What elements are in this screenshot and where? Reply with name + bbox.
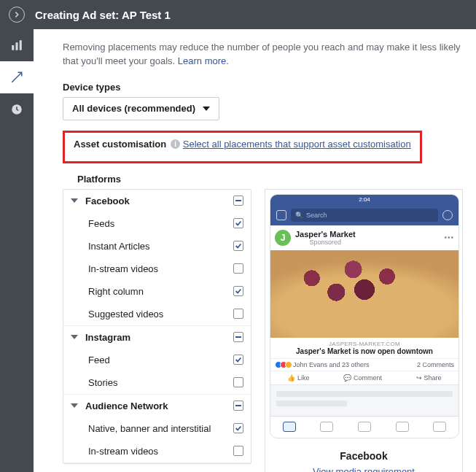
placement-checkbox[interactable]: [233, 241, 243, 251]
comment-action: Comment: [354, 374, 382, 382]
placement-checkbox[interactable]: [233, 218, 243, 228]
nav-menu-icon: [433, 422, 446, 432]
placement-label: Feed: [88, 355, 226, 365]
placement-checkbox[interactable]: [233, 355, 243, 365]
platform-name: Instagram: [85, 332, 226, 343]
post-headline: Jasper's Market is now open downtown: [270, 347, 459, 358]
phone-topbar: 🔍 Search: [270, 205, 459, 225]
intro-text: Removing placements may reduce the numbe…: [63, 42, 461, 66]
info-icon[interactable]: i: [171, 139, 180, 149]
placement-row[interactable]: Native, banner and interstitial: [63, 417, 251, 440]
header-title: Creating Ad set: AP Test 1: [35, 9, 171, 21]
device-types-label: Device types: [63, 82, 463, 93]
placement-row[interactable]: Suggested videos: [63, 303, 251, 325]
asset-customisation-title: Asset customisation: [74, 139, 166, 150]
share-action: Share: [424, 374, 441, 382]
platform-head-facebook[interactable]: Facebook: [63, 190, 251, 212]
placement-label: Instant Articles: [88, 241, 226, 252]
avatar: J: [275, 230, 291, 246]
nav-market-icon: [358, 422, 371, 432]
device-selected-value: All devices (recommended): [72, 103, 195, 114]
view-media-requirement-link[interactable]: View media requirement: [313, 466, 415, 472]
placement-preview: 2:04 🔍 Search J Jasper's Market Sponsore…: [265, 189, 463, 472]
caret-down-icon: [203, 107, 210, 111]
platform-checkbox[interactable]: [233, 196, 243, 206]
svg-rect-1: [16, 42, 18, 50]
nav-bell-icon: [396, 422, 409, 432]
placements-intro: Removing placements may reduce the numbe…: [63, 41, 463, 69]
svg-rect-2: [20, 40, 22, 50]
platform-checkbox[interactable]: [233, 332, 243, 342]
phone-nav: [270, 416, 459, 438]
skeleton-post: [270, 385, 459, 416]
chevron-down-icon: [71, 403, 78, 408]
phone-statusbar: 2:04: [270, 195, 459, 205]
preview-platform-title: Facebook: [270, 443, 458, 466]
placement-label: Feeds: [88, 218, 226, 229]
asset-customisation-highlight: Asset customisation i Select all placeme…: [63, 131, 422, 163]
placement-label: Suggested videos: [88, 309, 226, 320]
post-domain: JASPERS-MARKET.COM: [270, 338, 459, 347]
sidebar-adset-icon[interactable]: [0, 61, 34, 93]
placement-checkbox[interactable]: [233, 446, 243, 456]
placement-checkbox[interactable]: [233, 286, 243, 296]
placement-row[interactable]: Stories: [63, 371, 251, 394]
post-image: [270, 250, 459, 338]
phone-frame: 2:04 🔍 Search J Jasper's Market Sponsore…: [270, 194, 459, 438]
placement-label: In-stream videos: [88, 263, 226, 274]
placement-label: Stories: [88, 377, 226, 388]
platform-name: Facebook: [85, 196, 226, 206]
placement-label: Right column: [88, 286, 226, 297]
placement-row[interactable]: In-stream videos: [63, 258, 251, 280]
like-action: Like: [297, 374, 310, 382]
sidebar-history-icon[interactable]: [0, 93, 34, 125]
placement-checkbox[interactable]: [233, 377, 243, 387]
comments-count: 2 Comments: [417, 361, 454, 368]
platforms-label: Platforms: [63, 174, 463, 185]
placement-row[interactable]: In-stream videos: [63, 440, 251, 463]
select-all-placements-link[interactable]: Select all placements that support asset…: [183, 139, 411, 150]
device-types-select[interactable]: All devices (recommended): [63, 97, 219, 120]
svg-rect-0: [12, 45, 14, 50]
platform-head-audience network[interactable]: Audience Network: [63, 395, 251, 417]
placement-checkbox[interactable]: [233, 423, 243, 433]
left-sidebar: [0, 29, 34, 472]
placement-row[interactable]: Right column: [63, 280, 251, 303]
messenger-icon: [442, 210, 453, 220]
platform-name: Audience Network: [85, 401, 226, 411]
platform-head-instagram[interactable]: Instagram: [63, 326, 251, 349]
mock-post: J Jasper's Market Sponsored ••• JASPERS-…: [270, 225, 459, 385]
placement-label: In-stream videos: [88, 446, 226, 457]
placement-checkbox[interactable]: [233, 309, 243, 319]
placement-checkbox[interactable]: [233, 263, 243, 274]
sidebar-campaign-icon[interactable]: [0, 29, 34, 61]
placement-row[interactable]: Instant Articles: [63, 235, 251, 258]
chevron-down-icon: [71, 198, 78, 203]
camera-icon: [276, 210, 286, 220]
back-icon[interactable]: [9, 7, 25, 23]
chevron-down-icon: [71, 335, 78, 339]
poster-name: Jasper's Market: [295, 230, 356, 239]
sponsored-label: Sponsored: [295, 239, 356, 246]
page-header: Creating Ad set: AP Test 1: [0, 0, 476, 29]
learn-more-link[interactable]: Learn more.: [178, 55, 229, 66]
phone-search: 🔍 Search: [291, 209, 438, 222]
placement-row[interactable]: Feeds: [63, 212, 251, 235]
nav-watch-icon: [320, 422, 333, 432]
post-menu-icon: •••: [444, 233, 454, 241]
placement-row[interactable]: Feed: [63, 349, 251, 371]
main-panel: Removing placements may reduce the numbe…: [34, 29, 476, 472]
nav-feed-icon: [283, 422, 296, 432]
platform-checkbox[interactable]: [233, 401, 243, 411]
reactions-text: John Evans and 23 others: [293, 361, 370, 368]
platforms-tree: FacebookFeedsInstant ArticlesIn-stream v…: [63, 189, 251, 464]
placement-label: Native, banner and interstitial: [88, 423, 226, 434]
